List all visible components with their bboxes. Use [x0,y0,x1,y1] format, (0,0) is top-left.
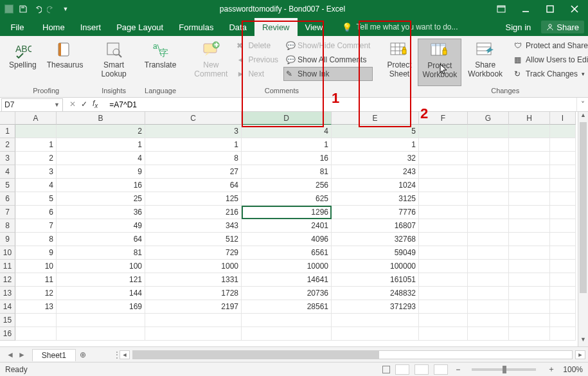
cell[interactable] [509,260,550,273]
cell[interactable] [145,327,242,341]
cell[interactable] [550,260,576,273]
cell[interactable] [419,192,468,206]
cell[interactable] [419,273,468,287]
row-header[interactable]: 11 [0,260,15,273]
cell[interactable]: 4 [242,125,332,138]
name-box[interactable]: D7 ▼ [1,98,63,111]
cell[interactable] [509,246,550,260]
row-header[interactable]: 14 [0,300,15,314]
cell[interactable] [419,246,468,260]
cell[interactable] [550,219,576,233]
next-comment-button[interactable]: ►Next [234,67,281,81]
undo-icon[interactable] [32,4,42,14]
cell[interactable]: 64 [145,179,242,192]
cell[interactable]: 3125 [332,192,419,206]
cell[interactable]: 49 [57,219,145,233]
cell[interactable]: 8 [145,152,242,165]
cell[interactable]: 100 [57,260,145,273]
row-header[interactable]: 2 [0,138,15,152]
show-hide-comment-button[interactable]: 💬Show/Hide Comment [283,39,373,53]
row-header[interactable]: 4 [0,165,15,179]
row-header[interactable]: 16 [0,327,15,341]
cell[interactable]: 32 [332,152,419,165]
cell[interactable] [468,206,509,219]
share-button[interactable]: Share [541,21,584,33]
cell[interactable] [550,165,576,179]
cell[interactable] [550,273,576,287]
sign-in-link[interactable]: Sign in [499,18,538,36]
worksheet-grid[interactable]: ABCDEFGHI1234521111132481632439278124354… [0,112,588,346]
cell[interactable]: 512 [145,233,242,246]
row-header[interactable]: 7 [0,206,15,219]
cell[interactable] [509,138,550,152]
cell[interactable] [509,152,550,165]
page-break-view-icon[interactable] [434,364,448,375]
tab-insert[interactable]: Insert [73,18,109,36]
tab-page-layout[interactable]: Page Layout [109,18,171,36]
cell[interactable]: 27 [145,165,242,179]
cell[interactable] [550,206,576,219]
cell[interactable]: 81 [57,246,145,260]
cell[interactable] [509,300,550,314]
cell[interactable] [468,165,509,179]
cell[interactable]: 59049 [332,246,419,260]
cell[interactable]: 25 [57,192,145,206]
tab-data[interactable]: Data [221,18,254,36]
cell[interactable] [509,314,550,327]
cell[interactable] [550,314,576,327]
cell[interactable]: 169 [57,300,145,314]
cell[interactable]: 6561 [242,246,332,260]
cell[interactable]: 3 [15,165,57,179]
cell[interactable] [550,233,576,246]
cell[interactable]: 343 [145,219,242,233]
cell[interactable] [468,179,509,192]
tab-home[interactable]: Home [35,18,73,36]
cancel-formula-icon[interactable]: ✕ [69,100,76,109]
cell[interactable] [550,179,576,192]
cell[interactable] [550,152,576,165]
cell[interactable]: 1728 [145,287,242,300]
cell[interactable] [57,327,145,341]
cell[interactable]: 7 [15,219,57,233]
cell[interactable] [550,246,576,260]
cell[interactable]: 144 [57,287,145,300]
cell[interactable]: 1 [332,138,419,152]
cell[interactable] [468,219,509,233]
zoom-slider[interactable] [472,368,536,371]
cell[interactable] [419,233,468,246]
translate-button[interactable]: a字 Translate [141,39,181,86]
tab-review[interactable]: Review [254,18,298,36]
smart-lookup-button[interactable]: Smart Lookup [97,39,130,86]
protect-share-workbook-button[interactable]: 🛡Protect and Share Workbook [512,39,588,53]
new-comment-button[interactable]: ✚ New Comment [190,39,231,86]
cell[interactable] [550,192,576,206]
cell[interactable] [242,327,332,341]
tab-view[interactable]: View [298,18,331,36]
column-header[interactable]: G [468,112,509,125]
minimize-icon[interactable] [515,3,537,15]
normal-view-icon[interactable] [395,364,409,375]
cell[interactable]: 1 [15,138,57,152]
cell[interactable]: 2197 [145,300,242,314]
protect-workbook-button[interactable]: Protect Workbook [418,39,461,86]
cell[interactable]: 20736 [242,287,332,300]
tab-split-handle[interactable]: ⋮ [113,350,120,359]
cell[interactable]: 1000 [145,260,242,273]
delete-comment-button[interactable]: ✖Delete [234,39,281,53]
row-header[interactable]: 15 [0,314,15,327]
previous-comment-button[interactable]: ◄Previous [234,53,281,67]
enter-formula-icon[interactable]: ✓ [81,100,87,109]
row-header[interactable]: 9 [0,233,15,246]
redo-icon[interactable] [46,4,57,14]
cell[interactable]: 32768 [332,233,419,246]
column-header[interactable]: F [419,112,468,125]
column-header[interactable]: E [332,112,419,125]
show-ink-button[interactable]: ✎Show Ink [283,67,373,81]
zoom-in-icon[interactable]: ＋ [545,364,558,375]
cell[interactable]: 12 [15,287,57,300]
cell[interactable]: 9 [15,246,57,260]
cell[interactable] [332,327,419,341]
cell[interactable]: 1 [57,138,145,152]
row-header[interactable]: 5 [0,179,15,192]
cell[interactable]: 10 [15,260,57,273]
